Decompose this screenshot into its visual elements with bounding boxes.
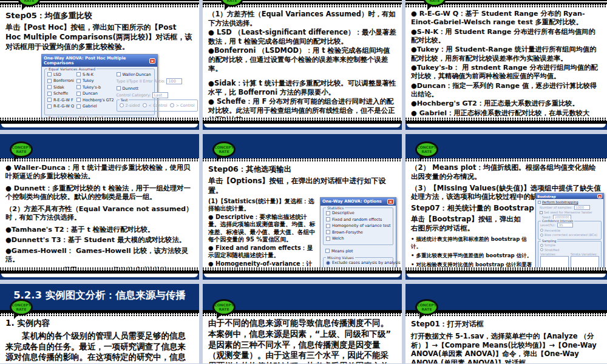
body-paragraph: （1）方差齐性（Equal Variances Assumed）时，有如下方法供…	[208, 10, 396, 27]
checkbox: Scheffe	[47, 91, 74, 96]
slide-5: CONCEPTRATE Step06：其他选项输出 单击【Options】按钮，…	[203, 134, 402, 280]
body-paragraph: ●Tamhane's T2：基于 t 检验进行配对比较。	[5, 226, 194, 234]
checkbox: Bonferroni	[47, 78, 74, 83]
close-icon: ×	[387, 199, 394, 204]
radio: < Control	[143, 103, 168, 108]
slide-3: CONCEPTRATE ● R-E-G-W Q：基于 Student Range…	[405, 0, 607, 130]
list-heading: 1. 实例内容	[5, 318, 194, 329]
radio: Percentile	[540, 229, 599, 232]
slide-1: CONCEPT RATE Step05：均值多重比较 单击【Post Hoc】按…	[0, 0, 199, 130]
checkbox: Welch	[326, 236, 390, 241]
slide-content: ● R-E-G-W Q：基于 Student Range 分布的 Ryan-Ei…	[405, 7, 607, 118]
variables-list	[540, 256, 569, 268]
slide-title: Step01：打开对话框	[411, 319, 602, 329]
section-title: 5.2.3 实例图文分析：信息来源与传播	[0, 284, 199, 302]
checkbox: Gabriel	[76, 104, 114, 109]
slide-7: CONCEPTRATE 5.2.3 实例图文分析：信息来源与传播 1. 实例内容…	[0, 284, 199, 363]
body-paragraph: ●Games-Howell： Games-Howell 比较，该方法较灵活。	[5, 247, 194, 265]
body-paragraph: ●S-N-K：用 Student Range 分布进行所有各组均值间的配对比较。	[411, 28, 602, 46]
checkbox: Fixed and random effects	[326, 217, 390, 222]
checkbox: LSD	[47, 72, 74, 77]
body-paragraph: ●Bonferroni （LSDMOD）：用 t 检验完成各组间均值的配对比较，…	[208, 46, 396, 73]
sampling-group: Sampling Simple Stratified Variables: St…	[538, 241, 602, 268]
intro-line: 单击【Options】按钮，在弹出的对话框中进行如下设置。	[208, 177, 396, 196]
slide-title: Step06：其他选项输出	[208, 164, 396, 175]
radio: > Control	[170, 103, 195, 108]
bootstrap-dialog-screenshot: Bootstrap × Perform bootstrapping Number…	[535, 193, 604, 268]
options-dialog-screenshot: One-Way ANOVA: Options × Statistics Desc…	[320, 197, 396, 268]
checkbox: Duncan	[76, 91, 114, 96]
test-group: Test 2-sided < Control > Control	[117, 99, 198, 112]
checkbox: Homogeneity of variance test	[326, 223, 390, 228]
slide-sorter-page: CONCEPT RATE Step05：均值多重比较 单击【Post Hoc】按…	[0, 0, 607, 364]
slide-content: （2） Means plot：均值折线图。根据各组均值变化描绘出因变量的分布情况…	[405, 161, 607, 268]
body-paragraph: 某机构的各个级别的管理人员需要足够的信息来完成各自的任务。最近，一项研究调查了信…	[5, 331, 194, 363]
body-paragraph: ● Waller-Dunca：用 t 统计量进行多重比较检验，使用贝叶斯逼近的多…	[5, 164, 194, 181]
body-paragraph: （2）方差不具有齐性（Equal Varance not assumed）时，有…	[5, 205, 194, 223]
checkbox: Perform bootstrapping	[538, 200, 602, 204]
body-paragraph: ●Tukey：用 Student-Range 统计量进行所有组间均值的配对比较，…	[411, 46, 602, 63]
checkbox: Dunnett	[117, 86, 198, 91]
slide-2: CONCEPTRATE （1）方差齐性（Equal Variances Assu…	[203, 0, 402, 130]
slide-4: CONCEPTRATE ● Waller-Dunca：用 t 统计量进行多重比较…	[0, 134, 199, 280]
slide-content: Step05：均值多重比较 单击【Post Hoc】按钮，弹出如下图所示的【Po…	[0, 7, 199, 118]
equal-variances-group: Equal Variances Assumed LSD Bonferroni S…	[44, 69, 155, 115]
slide-content: Step06：其他选项输出 单击【Options】按钮，在弹出的对话框中进行如下…	[203, 161, 402, 268]
checkbox: Brown-Forsythe	[326, 230, 390, 235]
body-paragraph: ● Scheffe：用 F 分布对所有可能的组合进行同时进入的配对比较。此法可用…	[208, 97, 396, 118]
slide-content: （1）方差齐性（Equal Variances Assumed）时，有如下方法供…	[203, 7, 402, 118]
radio: Bias corrected accelerated (BCa)	[540, 233, 599, 237]
body-paragraph: ●Tukey's-b： 用 stndent Range 分布进行组间均值的配对比…	[411, 64, 602, 81]
confidence-intervals-group: Confidence Intervals Level(%):95 Percent…	[538, 221, 602, 240]
checkbox: R-E-G-W Q	[47, 104, 74, 109]
body-paragraph: 单击【Bootstrap】按钮，弹出如右图所示的对话框。	[411, 215, 526, 233]
concept-logo-icon: CONCEPTRATE	[415, 299, 438, 315]
body-paragraph: ●Dunnett's T3：基于 Student 最大模的成对比较法。	[5, 236, 194, 244]
checkbox: Tukey	[76, 78, 114, 83]
dialog-titlebar: One-Way ANOVA: Post Hoc Multiple Compari…	[42, 55, 157, 67]
slide-8: CONCEPTRATE 由于不同的信息来源可能导致信息传播测度不同。本案例中，信…	[203, 284, 402, 363]
posthoc-dialog-screenshot: One-Way ANOVA: Post Hoc Multiple Compari…	[41, 54, 158, 118]
dialog-titlebar: Bootstrap ×	[536, 194, 603, 199]
body-paragraph: ●Hochberg's GT2：用正态最大系数进行多重比较。	[411, 99, 602, 108]
body-paragraph: 单击【Post Hoc】按钮，弹出如下图所示的【Post Hoc Multipl…	[5, 23, 194, 52]
checkbox: Sidak	[47, 85, 74, 90]
body-paragraph: ● Dunnett：多重配对比较的 t 检验法，用于一组处理对一个控制类均值的比…	[5, 184, 194, 202]
radio: Simple	[540, 243, 599, 247]
slide-title: Step05：均值多重比较	[5, 10, 194, 21]
checkbox: R-E-G-W F	[47, 98, 74, 103]
radio: Exclude cases analysis by analysis	[326, 260, 390, 265]
concept-logo-icon: CONCEPTRATE	[10, 299, 33, 315]
slide-content: Step01：打开对话框 打开数据文件 5-1.sav，选择菜单栏中的【Anal…	[405, 316, 607, 363]
slide-content: 由于不同的信息来源可能导致信息传播测度不同。本案例中，信息来源是因素，“上级、同…	[203, 316, 402, 363]
concept-logo-icon: CONCEPTRATE	[212, 299, 236, 315]
slide-content: 1. 实例内容 某机构的各个级别的管理人员需要足够的信息来完成各自的任务。最近，…	[0, 316, 199, 363]
body-paragraph: ● LSD （Least-significant difference）：最小显…	[208, 28, 396, 46]
body-paragraph: ● Descriptive：要求输出描述统计量。选择此项输出观测值容量、均值、标…	[208, 214, 317, 244]
slide-6: CONCEPTRATE （2） Means plot：均值折线图。根据各组均值变…	[405, 134, 607, 280]
body-paragraph: ●Sidak：计算 t 统计量进行多重配对比较。可以调整显著性水平，比 Boff…	[208, 79, 396, 96]
close-icon: ×	[597, 194, 602, 198]
checkbox: Hochberg's GT2	[76, 98, 114, 103]
body-paragraph: ● Fixed and random effects：显示固定和随机描述统计量。	[208, 244, 317, 260]
radio: Stratified	[540, 248, 599, 252]
body-paragraph: ●Duncan：指定一系列的 Range 值，逐步进行计算比较得出结论。	[411, 82, 602, 99]
body-paragraph: ●Dunnett's C：基于 Student 极值的成对比较法。	[5, 266, 194, 268]
slide-content: ● Waller-Dunca：用 t 统计量进行多重比较检验，使用贝叶斯逼近的多…	[0, 161, 199, 268]
bullet-item: • 对比检验表支持对比值的 bootstrap 估计和显著性检验。	[411, 261, 535, 268]
checkbox: Set seed for Mersenne Twister	[540, 211, 600, 214]
checkbox: Tukey's-b	[76, 85, 114, 90]
body-paragraph: ● Gabriel：用正态标准系数进行配对比较，在单元数较大时，这种方法较自由。	[411, 109, 602, 118]
strata-variables-list	[571, 256, 599, 268]
unequal-variances-group: Equal Variances Not Assumed Tamhane's T2…	[44, 117, 155, 118]
means-plot-checkbox: Means plot	[325, 249, 391, 254]
statistics-group: Statistics Descriptive Fixed and random …	[323, 207, 393, 245]
body-paragraph: （2） Means plot：均值折线图。根据各组均值变化描绘出因变量的分布情况…	[411, 163, 602, 181]
dialog-titlebar: One-Way ANOVA: Options ×	[320, 198, 396, 206]
checkbox: Descriptive	[326, 211, 390, 215]
body-paragraph: (1)【Statistics(统计量)】复选框：选择输出统计量。	[208, 198, 317, 213]
close-icon: ×	[149, 58, 155, 64]
concept-logo-icon: CONCEPTRATE	[212, 141, 236, 158]
body-paragraph: ● R-E-G-W Q：基于 Student Range 分布的 Ryan-Ei…	[411, 10, 602, 27]
body-paragraph: ● Homogeneity-of-variance：计算 Levene 统计量进…	[208, 260, 317, 268]
